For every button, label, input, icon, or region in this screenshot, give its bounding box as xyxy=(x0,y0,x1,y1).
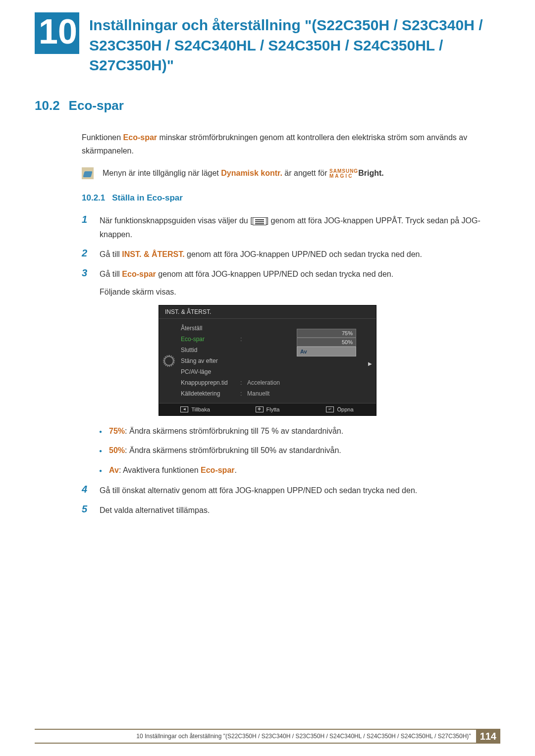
osd-foot-label: Öppna xyxy=(337,406,353,412)
bullet-text: : Ändra skärmens strömförbrukning till 7… xyxy=(125,427,343,435)
osd-item-srcdet: Källdetektering:Manuellt xyxy=(179,388,376,399)
osd-left-column xyxy=(159,319,179,403)
step-number: 1 xyxy=(82,214,91,225)
menu-icon xyxy=(253,217,267,225)
step2-post: genom att föra JOG-knappen UPP/NED och s… xyxy=(185,250,422,258)
step-text: Gå till önskat alternativ genom att föra… xyxy=(100,484,417,498)
osd-foot-back: ◄Tillbaka xyxy=(159,403,231,415)
bullet-hl: 75% xyxy=(109,427,125,435)
step-text: När funktionsknappsguiden visas väljer d… xyxy=(100,214,485,242)
step-4: 4 Gå till önskat alternativ genom att fö… xyxy=(82,484,485,498)
bullet-hl: Av xyxy=(109,466,119,474)
osd-label: Stäng av efter xyxy=(181,357,240,364)
step2-highlight: INST. & ÅTERST. xyxy=(122,250,184,258)
bullet-post: . xyxy=(235,466,237,474)
osd-foot-open: ↵Öppna xyxy=(304,403,376,415)
osd-label: Källdetektering xyxy=(181,390,240,397)
subsection-number: 10.2.1 xyxy=(82,193,105,203)
step-text: Gå till Eco-spar genom att föra JOG-knap… xyxy=(100,267,393,299)
osd-dropdown: 75% 50% Av xyxy=(297,329,356,356)
bullet-icon: ● xyxy=(99,428,102,438)
osd-panel: INST. & ÅTERST. Återställ Eco-spar: Slut… xyxy=(159,305,376,416)
osd-label: Eco-spar xyxy=(181,336,240,343)
osd-label: Återställ xyxy=(181,325,240,332)
step-1: 1 När funktionsknappsguiden visas väljer… xyxy=(82,214,485,242)
magic-bot: MAGIC xyxy=(329,174,358,179)
bullet-hl2: Eco-spar xyxy=(201,466,234,474)
step-number: 5 xyxy=(82,504,91,515)
step1-pre: När funktionsknappsguiden visas väljer d… xyxy=(100,216,253,225)
info-post: Bright. xyxy=(358,169,384,177)
chapter-number-badge: 10 xyxy=(35,12,79,54)
chapter-title: Inställningar och återställning "(S22C35… xyxy=(89,15,500,76)
gear-icon xyxy=(164,356,174,366)
step-5: 5 Det valda alternativet tillämpas. xyxy=(82,504,485,517)
option-list: ● 75%: Ändra skärmens strömförbrukning t… xyxy=(99,425,485,477)
osd-foot-label: Tillbaka xyxy=(191,406,210,412)
osd-drop-option: 50% xyxy=(297,338,356,347)
note-icon xyxy=(82,167,94,179)
info-note: Menyn är inte tillgänglig när läget Dyna… xyxy=(82,167,485,179)
step-number: 4 xyxy=(82,484,91,495)
intro-paragraph: Funktionen Eco-spar minskar strömförbruk… xyxy=(82,131,485,157)
step3-extra: Följande skärm visas. xyxy=(100,285,393,299)
chevron-right-icon: ▶ xyxy=(368,361,372,366)
osd-footer: ◄Tillbaka ✥Flytta ↵Öppna xyxy=(159,403,376,415)
step3-highlight: Eco-spar xyxy=(122,270,156,278)
step-number: 2 xyxy=(82,248,91,259)
osd-sep: : xyxy=(240,379,247,386)
step-number: 3 xyxy=(82,267,91,279)
bullet-icon: ● xyxy=(99,447,102,457)
intro-pre: Funktionen xyxy=(82,133,123,142)
bullet-hl: 50% xyxy=(109,446,125,454)
osd-item-pcav: PC/AV-läge xyxy=(179,366,376,377)
step-2: 2 Gå till INST. & ÅTERST. genom att föra… xyxy=(82,248,485,261)
section-number: 10.2 xyxy=(35,98,60,113)
intro-highlight: Eco-spar xyxy=(123,133,157,142)
osd-drop-selected: Av xyxy=(297,347,356,356)
osd-drop-option: 75% xyxy=(297,329,356,338)
bullet-75: ● 75%: Ändra skärmens strömförbrukning t… xyxy=(99,425,485,438)
osd-value: Manuellt xyxy=(247,390,269,397)
osd-item-off-after: Stäng av efter xyxy=(179,355,376,366)
bullet-mid: : Avaktivera funktionen xyxy=(119,466,201,474)
back-icon: ◄ xyxy=(180,406,188,412)
section-header: 10.2 Eco-spar xyxy=(35,98,500,113)
step-text: Det valda alternativet tillämpas. xyxy=(100,504,210,517)
osd-label: Sluttid xyxy=(181,347,240,353)
osd-label: PC/AV-läge xyxy=(181,368,240,375)
info-text: Menyn är inte tillgänglig när läget Dyna… xyxy=(103,167,384,179)
bullet-50: ● 50%: Ändra skärmens strömförbrukning t… xyxy=(99,444,485,457)
footer-text: 10 Inställningar och återställning "(S22… xyxy=(136,733,471,740)
osd-sep: : xyxy=(240,390,247,397)
info-highlight: Dynamisk kontr. xyxy=(221,169,282,177)
step-text: Gå till INST. & ÅTERST. genom att föra J… xyxy=(100,248,422,261)
osd-foot-move: ✥Flytta xyxy=(231,403,304,415)
osd-title: INST. & ÅTERST. xyxy=(159,305,376,319)
page-number: 114 xyxy=(476,729,500,744)
osd-value: Acceleration xyxy=(247,379,280,386)
bullet-av: ● Av: Avaktivera funktionen Eco-spar. xyxy=(99,464,485,477)
info-mid: är angett för xyxy=(282,169,329,177)
bullet-icon: ● xyxy=(99,467,102,477)
step3-post: genom att föra JOG-knappen UPP/NED och s… xyxy=(156,270,393,278)
step3-pre: Gå till xyxy=(100,270,122,278)
subsection-title: Ställa in Eco-spar xyxy=(112,193,183,203)
osd-foot-label: Flytta xyxy=(267,406,280,412)
osd-body: Återställ Eco-spar: Sluttid Stäng av eft… xyxy=(159,319,376,403)
step-3: 3 Gå till Eco-spar genom att föra JOG-kn… xyxy=(82,267,485,299)
bullet-text: : Ändra skärmens strömförbrukning till 5… xyxy=(125,446,341,454)
move-icon: ✥ xyxy=(256,406,264,412)
enter-icon: ↵ xyxy=(326,406,334,412)
osd-label: Knappupprepn.tid xyxy=(181,379,240,386)
subsection-header: 10.2.1 Ställa in Eco-spar xyxy=(82,193,500,203)
step2-pre: Gå till xyxy=(100,250,122,258)
section-title: Eco-spar xyxy=(69,98,124,113)
chapter-header: 10 Inställningar och återställning "(S22… xyxy=(35,12,500,76)
page-footer: 10 Inställningar och återställning "(S22… xyxy=(35,729,500,744)
osd-item-keyrep: Knappupprepn.tid:Acceleration xyxy=(179,377,376,388)
osd-sep: : xyxy=(240,336,247,343)
info-pre: Menyn är inte tillgänglig när läget xyxy=(103,169,221,177)
